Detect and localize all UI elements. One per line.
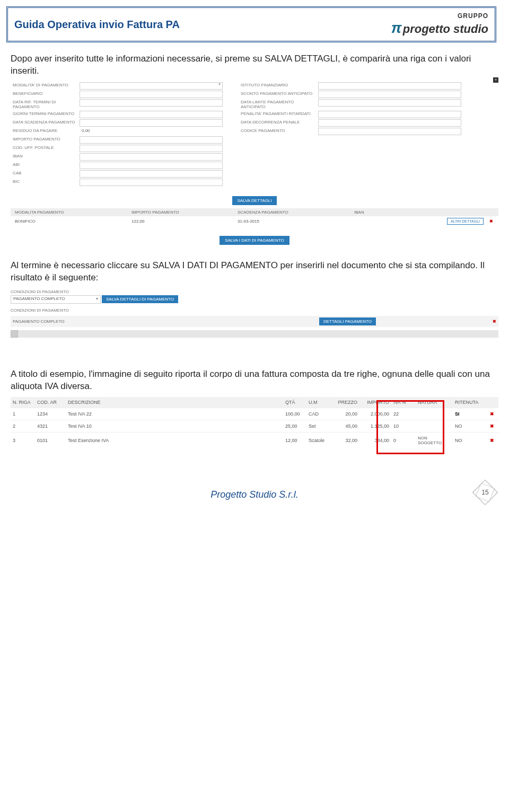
pay-details-button[interactable]: DETTAGLI PAGAMENTO [319, 317, 376, 325]
screenshot-invoice-lines: N. RIGA COD. AR DESCRIZIONE QTÀ U.M PREZ… [11, 397, 498, 448]
logo-gruppo: GRUPPO [391, 12, 488, 20]
label-importo-pag: IMPORTO PAGAMENTO [11, 136, 80, 144]
payment-form-grid: MODALITA' DI PAGAMENTO ISTITUTO FINANZIA… [11, 82, 498, 187]
delete-icon[interactable]: ✖ [486, 411, 498, 417]
input-data-rif[interactable] [80, 99, 223, 107]
horizontal-scrollbar[interactable] [11, 330, 498, 338]
delete-icon[interactable]: ✖ [493, 319, 496, 324]
th-importo: IMPORTO [359, 400, 391, 405]
th-prezzo: PREZZO [330, 400, 359, 405]
th-cod: COD. AR [35, 400, 66, 405]
expand-icon[interactable]: + [493, 77, 498, 83]
label-penalita: PENALITA' PAGAMENTI RITARDATI [239, 110, 318, 119]
th-ritenuta: RITENUTA [453, 400, 486, 405]
input-sconto[interactable] [318, 91, 461, 98]
label-giorni: GIORNI TERMINI PAGAMENTO [11, 110, 80, 119]
label-data-limite: DATA LIMITE PAGAMENTO ANTICIPATO [239, 99, 318, 110]
logo: GRUPPO πprogetto studio [391, 12, 488, 37]
input-abi[interactable] [80, 162, 223, 169]
label-beneficiario: BENEFICIARIO [11, 90, 80, 99]
th-importo: IMPORTO PAGAMENTO [129, 210, 235, 215]
input-codice-pag[interactable] [318, 128, 461, 135]
label-condizioni-2: CONDIZIONI DI PAGAMENTO [11, 307, 498, 314]
th-qta: QTÀ [283, 400, 306, 405]
paragraph-1: Dopo aver inserito tutte le informazioni… [11, 53, 498, 77]
input-istituto[interactable] [318, 82, 461, 90]
invoice-lines-table: N. RIGA COD. AR DESCRIZIONE QTÀ U.M PREZ… [11, 397, 498, 448]
th-natura: NATURA [416, 400, 453, 405]
th-iban: IBAN [352, 210, 438, 215]
input-data-limite[interactable] [318, 99, 461, 107]
table-row: 1 1234 Test IVA 22 100,00 CAD 20,00 2.00… [11, 408, 498, 420]
label-cod-uff: COD. UFF. POSTALE [11, 144, 80, 153]
save-pay-details-button[interactable]: SALVA DETTAGLI DI PAGAMENTO [102, 295, 178, 303]
label-codice-pag: CODICE PAGAMENTO [239, 127, 318, 136]
label-condizioni: CONDIZIONI DI PAGAMENTO [11, 288, 498, 295]
ritenuta-si: SI [453, 411, 486, 417]
td-scadenza: 31-03-2015 [235, 219, 352, 224]
paragraph-3: A titolo di esempio, l'immagine di segui… [11, 368, 498, 393]
table-row: 2 4321 Test IVA 10 25,00 Set 45,00 1.125… [11, 420, 498, 432]
input-iban[interactable] [80, 153, 223, 161]
save-payment-data-button[interactable]: SALVA I DATI DI PAGAMENTO [220, 236, 289, 245]
label-iban: IBAN [11, 153, 80, 161]
input-modalita[interactable] [80, 82, 223, 90]
input-penalita[interactable] [318, 111, 461, 118]
label-abi: ABI [11, 161, 80, 170]
th-scadenza: SCADENZA PAGAMENTO [235, 210, 352, 215]
label-residuo: RESIDUO DA PAGARE [11, 127, 80, 136]
table-row: 3 0101 Test Esenzione IVA 12,00 Scatole … [11, 432, 498, 448]
input-giorni[interactable] [80, 111, 223, 118]
logo-main: πprogetto studio [391, 20, 488, 37]
footer-company: Progetto Studio S.r.l. [0, 489, 509, 500]
label-sconto: SCONTO PAGAMENTO ANTICIPATO [239, 90, 318, 99]
delete-icon[interactable]: ✖ [486, 219, 496, 224]
input-importo-pag[interactable] [80, 136, 223, 144]
td-modalita: BONIFICO [13, 219, 129, 224]
label-modalita: MODALITA' DI PAGAMENTO [11, 82, 80, 90]
document-title: Guida Operativa invio Fattura PA [14, 19, 180, 31]
label-data-rif: DATA RIF. TERMINI DI PAGAMENTO [11, 99, 80, 110]
label-data-scadenza: DATA SCADENZA PAGAMENTO [11, 119, 80, 127]
delete-icon[interactable]: ✖ [486, 423, 498, 429]
input-cod-uff[interactable] [80, 145, 223, 152]
input-decorrenza[interactable] [318, 119, 461, 127]
select-condizioni[interactable]: PAGAMENTO COMPLETO▾ [11, 295, 101, 304]
table-row: BONIFICO 122,00 31-03-2015 ALTRI DETTAGL… [11, 216, 498, 226]
value-residuo: 0,00 [80, 127, 223, 136]
delete-icon[interactable]: ✖ [486, 438, 498, 443]
th-descrizione: DESCRIZIONE [66, 400, 283, 405]
input-bic[interactable] [80, 179, 223, 186]
th-n-riga: N. RIGA [11, 400, 35, 405]
chevron-down-icon: ▾ [96, 296, 98, 301]
condition-row: PAGAMENTO COMPLETO DETTAGLI PAGAMENTO ✖ [11, 316, 498, 327]
page-number: 15 [476, 483, 494, 501]
th-um: U.M [306, 400, 330, 405]
payment-details-table: MODALITA PAGAMENTO IMPORTO PAGAMENTO SCA… [11, 208, 498, 226]
scroll-left-icon[interactable] [11, 330, 18, 338]
input-beneficiario[interactable] [80, 91, 223, 98]
condition-value: PAGAMENTO COMPLETO [13, 319, 64, 324]
label-decorrenza: DATA DECORRENZA PENALE [239, 119, 318, 127]
label-bic: BIC [11, 178, 80, 187]
screenshot-payment-form: + MODALITA' DI PAGAMENTO ISTITUTO FINANZ… [11, 82, 498, 245]
td-importo: 122,00 [129, 219, 235, 224]
screenshot-conditions: CONDIZIONI DI PAGAMENTO PAGAMENTO COMPLE… [11, 288, 498, 338]
input-cab[interactable] [80, 170, 223, 178]
th-modalita: MODALITA PAGAMENTO [13, 210, 129, 215]
save-details-button[interactable]: SALVA DETTAGLI [232, 196, 277, 205]
input-data-scadenza[interactable] [80, 119, 223, 127]
label-istituto: ISTITUTO FINANZIARIO [239, 82, 318, 90]
th-iva: IVA % [391, 400, 416, 405]
document-header: Guida Operativa invio Fattura PA GRUPPO … [6, 6, 496, 42]
logo-pi-icon: π [391, 20, 402, 36]
paragraph-2: Al termine è necessario cliccare su SALV… [11, 260, 498, 284]
other-details-button[interactable]: ALTRI DETTAGLI [447, 218, 484, 225]
label-cab: CAB [11, 170, 80, 178]
